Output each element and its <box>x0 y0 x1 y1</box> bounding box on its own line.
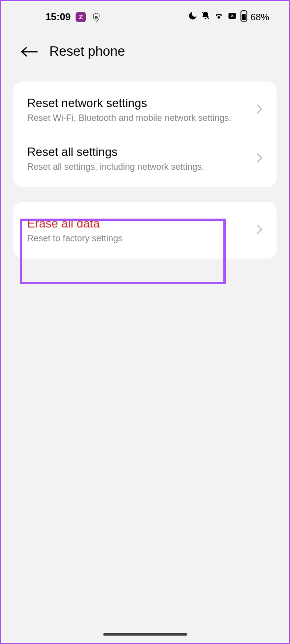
app-icon-z: Z <box>76 12 86 22</box>
bell-muted-icon <box>201 11 210 23</box>
chevron-right-icon <box>256 224 263 237</box>
svg-text:✕: ✕ <box>230 14 234 18</box>
list-title: Reset all settings <box>27 145 251 159</box>
battery-percent: 68% <box>250 12 269 23</box>
wifi-icon <box>213 11 224 23</box>
list-content: Reset all settings Reset all settings, i… <box>27 145 251 172</box>
home-indicator[interactable] <box>103 633 187 636</box>
svg-rect-7 <box>242 14 246 20</box>
chevron-right-icon <box>256 152 263 165</box>
status-bar: 15:09 Z <box>1 1 289 29</box>
battery-icon <box>240 10 248 24</box>
list-content: Erase all data Reset to factory settings <box>27 217 251 244</box>
moon-icon <box>188 11 198 23</box>
content: Reset network settings Reset Wi-Fi, Blue… <box>1 69 289 259</box>
status-left: 15:09 Z <box>45 11 101 23</box>
reset-all-settings-item[interactable]: Reset all settings Reset all settings, i… <box>13 134 277 183</box>
list-subtitle: Reset all settings, including network se… <box>27 162 251 172</box>
page-title: Reset phone <box>49 44 125 59</box>
chevron-right-icon <box>256 104 263 116</box>
settings-card-general: Reset network settings Reset Wi-Fi, Blue… <box>13 81 277 187</box>
status-time: 15:09 <box>45 11 71 23</box>
svg-point-1 <box>96 17 96 17</box>
list-title: Reset network settings <box>27 96 251 110</box>
erase-all-data-item[interactable]: Erase all data Reset to factory settings <box>13 206 277 255</box>
status-right: ✕ 68% <box>188 10 269 24</box>
back-button[interactable] <box>21 46 39 58</box>
data-icon: ✕ <box>227 11 237 23</box>
settings-card-danger: Erase all data Reset to factory settings <box>13 202 277 259</box>
shield-icon <box>91 12 101 22</box>
reset-network-settings-item[interactable]: Reset network settings Reset Wi-Fi, Blue… <box>13 85 277 134</box>
header: Reset phone <box>1 29 289 69</box>
list-subtitle: Reset to factory settings <box>27 233 251 244</box>
list-subtitle: Reset Wi-Fi, Bluetooth and mobile networ… <box>27 113 251 123</box>
list-title: Erase all data <box>27 217 251 230</box>
list-content: Reset network settings Reset Wi-Fi, Blue… <box>27 96 251 123</box>
